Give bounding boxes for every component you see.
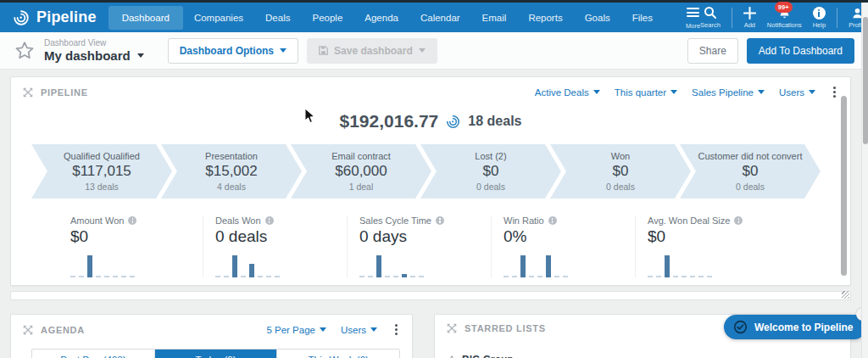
search-label: Search [700, 21, 721, 29]
resize-grip-icon[interactable] [842, 291, 849, 299]
nav-item-email[interactable]: Email [471, 6, 518, 30]
search-button[interactable]: Search [700, 6, 721, 29]
chevron-down-icon [593, 90, 600, 94]
nav-item-people[interactable]: People [301, 6, 353, 30]
metric-sales-cycle-time: Sales Cycle Time 0 days [347, 215, 491, 277]
pipeline-menu-kebab-icon[interactable] [830, 85, 839, 99]
chevron-down-icon [670, 90, 677, 94]
tab-past-due[interactable]: Past Due (493) [32, 350, 154, 358]
pipeline-horizontal-scrollbar[interactable] [10, 291, 851, 300]
chevron-down-icon [809, 90, 815, 94]
metric-amount-won: Amount Won $0 [58, 215, 203, 277]
funnel-stage-won[interactable]: Won $0 0 deals [550, 144, 691, 199]
agenda-panel-header: AGENDA 5 Per Page Users [11, 315, 412, 344]
filter-sales-pipeline[interactable]: Sales Pipeline [692, 87, 765, 98]
filter-label: 5 Per Page [266, 325, 315, 335]
dashboard-options-button[interactable]: Dashboard Options [168, 38, 298, 64]
nav-item-agenda[interactable]: Agenda [353, 6, 409, 30]
agenda-tabs: Past Due (493) Today (0) This Week (0) [31, 349, 400, 358]
chevron-down-icon [137, 53, 144, 58]
stage-value: $60,000 [335, 163, 387, 180]
notifications-button[interactable]: 99+ Notifications [767, 7, 802, 29]
nav-divider [732, 8, 732, 28]
filter-users[interactable]: Users [341, 325, 377, 335]
stage-name: Qualified Qualified [64, 151, 140, 161]
stage-name: Won [611, 151, 630, 161]
save-dashboard-button[interactable]: Save dashboard [307, 38, 437, 64]
welcome-label: Welcome to Pipeline [754, 322, 853, 333]
favorite-star-icon[interactable] [14, 40, 36, 62]
search-icon [704, 6, 717, 20]
help-button[interactable]: Help [813, 7, 826, 29]
tab-today[interactable]: Today (0) [154, 350, 277, 358]
add-to-dashboard-button[interactable]: Add To Dashboard [747, 38, 854, 64]
funnel-stage-presentation[interactable]: Presentation $15,002 4 deals [161, 144, 302, 199]
info-icon[interactable] [436, 216, 444, 225]
notifications-label: Notifications [767, 21, 802, 29]
top-navbar: Pipeline Dashboard Companies Deals Peopl… [0, 3, 868, 32]
filter-this-quarter[interactable]: This quarter [615, 87, 677, 98]
add-button[interactable]: Add [743, 7, 756, 29]
info-icon[interactable] [128, 216, 136, 225]
save-disk-icon [319, 46, 328, 55]
nav-item-dashboard[interactable]: Dashboard [108, 6, 183, 30]
help-info-icon [813, 7, 826, 20]
chevron-down-icon [280, 48, 287, 53]
pipeline-panel: PIPELINE Active Deals This quarter Sales… [10, 76, 851, 286]
filter-label: Users [779, 87, 804, 98]
nav-utilities: Search Add 99+ Notifications H [700, 6, 866, 29]
brand-logo[interactable]: Pipeline [12, 8, 97, 27]
funnel-stage-qualified[interactable]: Qualified Qualified $117,015 13 deals [31, 144, 172, 199]
stage-name: Email contract [331, 151, 391, 161]
nav-menu: Dashboard Companies Deals People Agenda … [108, 3, 664, 32]
nav-more-button[interactable]: More [686, 6, 700, 30]
hamburger-icon [687, 6, 699, 20]
stage-deals: 0 deals [476, 182, 505, 192]
filter-users[interactable]: Users [779, 87, 815, 98]
nav-item-goals[interactable]: Goals [574, 6, 621, 30]
star-icon [447, 355, 457, 358]
funnel-stage-customer-did-not-convert[interactable]: Customer did not convert $0 0 deals [680, 144, 821, 199]
agenda-menu-kebab-icon[interactable] [392, 322, 401, 337]
info-icon[interactable] [734, 216, 743, 225]
filter-per-page[interactable]: 5 Per Page [266, 325, 326, 335]
stage-value: $0 [613, 163, 629, 180]
share-button[interactable]: Share [687, 38, 738, 64]
pipeline-panel-header: PIPELINE Active Deals This quarter Sales… [11, 77, 850, 107]
info-icon[interactable] [548, 216, 557, 225]
nav-item-deals[interactable]: Deals [254, 6, 301, 30]
funnel-stage-email-contract[interactable]: Email contract $60,000 1 deal [291, 144, 431, 199]
more-label: More [686, 22, 700, 30]
filter-active-deals[interactable]: Active Deals [535, 87, 600, 98]
pipeline-vertical-scrollbar[interactable] [841, 96, 847, 276]
chevron-down-icon [758, 90, 765, 94]
info-icon[interactable] [265, 216, 274, 225]
welcome-to-pipeline-button[interactable]: Welcome to Pipeline 3 [724, 315, 866, 339]
dashboard-options-label: Dashboard Options [180, 45, 274, 57]
nav-item-files[interactable]: Files [621, 6, 664, 30]
pipeline-panel-title: PIPELINE [41, 87, 88, 98]
filter-label: Active Deals [535, 87, 589, 98]
pipeline-funnel: Qualified Qualified $117,015 13 deals Pr… [31, 144, 835, 199]
app-window: Pipeline Dashboard Companies Deals Peopl… [0, 0, 868, 358]
nav-item-reports[interactable]: Reports [517, 6, 573, 30]
metric-minichart [70, 254, 203, 277]
pipeline-metrics: Amount Won $0 Deals Won 0 deals Sales Cy… [58, 215, 850, 277]
funnel-stage-lost[interactable]: Lost (2) $0 0 deals [420, 144, 561, 199]
stage-deals: 4 deals [217, 182, 246, 192]
list-item[interactable]: BIG Group [447, 354, 850, 358]
metric-minichart [648, 254, 779, 277]
move-handle-icon[interactable] [22, 324, 34, 336]
dashboard-view-label: Dashboard View [44, 38, 144, 48]
nav-item-companies[interactable]: Companies [183, 6, 254, 30]
page-scrollbar[interactable] [861, 3, 868, 358]
chevron-down-icon [370, 327, 377, 332]
stage-name: Presentation [205, 151, 258, 161]
move-handle-icon[interactable] [446, 322, 458, 334]
nav-item-calendar[interactable]: Calendar [409, 6, 471, 30]
dashboard-view-selector[interactable]: Dashboard View My dashboard [44, 38, 144, 63]
tab-this-week[interactable]: This Week (0) [276, 350, 399, 358]
page-scrollbar-thumb[interactable] [863, 17, 868, 144]
metric-value: $0 [648, 227, 779, 246]
move-handle-icon[interactable] [22, 87, 34, 98]
